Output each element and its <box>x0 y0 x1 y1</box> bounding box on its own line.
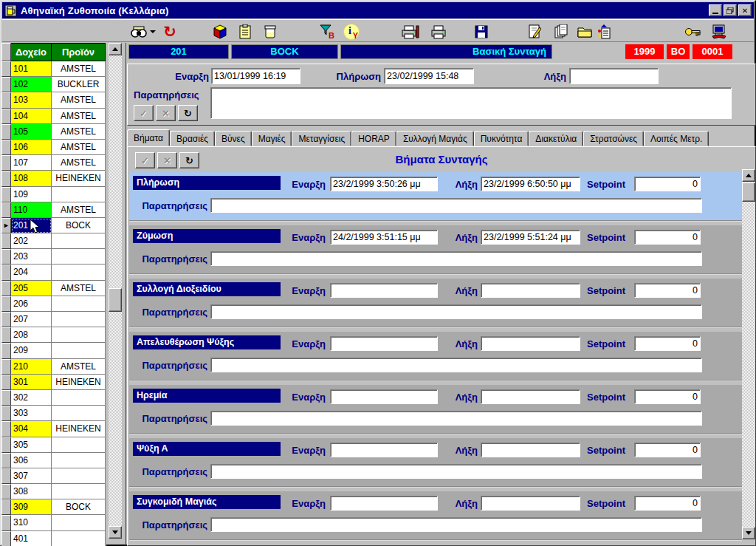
product-cell[interactable]: AMSTEL <box>52 281 106 296</box>
table-row[interactable]: 204 <box>1 265 106 280</box>
row-selector[interactable] <box>1 61 11 77</box>
product-cell[interactable] <box>52 437 106 453</box>
product-cell[interactable]: AMSTEL <box>52 109 106 124</box>
info-y-icon[interactable]: iY <box>342 22 361 41</box>
row-selector[interactable] <box>1 281 11 296</box>
table-row[interactable]: 309BOCK <box>1 499 106 515</box>
table-row[interactable]: 302 <box>1 390 106 406</box>
product-cell[interactable] <box>52 531 106 546</box>
row-selector[interactable] <box>1 453 11 468</box>
row-selector[interactable] <box>1 406 11 421</box>
table-row[interactable]: 103AMSTEL <box>1 92 106 108</box>
step-setpoint-input[interactable] <box>634 177 701 191</box>
table-row[interactable]: 210AMSTEL <box>1 359 106 375</box>
tab-yeast-collection[interactable]: Συλλογή Μαγιάς <box>396 131 474 146</box>
jar-icon[interactable] <box>261 22 280 41</box>
vessel-cell[interactable]: 107 <box>11 155 52 171</box>
steps-scroll-down-button[interactable] <box>742 527 755 539</box>
product-cell[interactable]: AMSTEL <box>52 124 106 140</box>
row-selector[interactable] <box>1 390 11 406</box>
cancel-button[interactable]: ✕ <box>156 105 176 121</box>
step-notes-input[interactable] <box>210 517 702 532</box>
product-cell[interactable] <box>52 233 106 249</box>
vessel-cell[interactable]: 102 <box>11 77 52 92</box>
table-row[interactable]: 208 <box>1 327 106 343</box>
product-cell[interactable] <box>52 327 106 343</box>
product-cell[interactable]: AMSTEL <box>52 61 106 77</box>
step-start-input[interactable] <box>330 230 438 245</box>
vessel-cell[interactable]: 208 <box>11 327 52 343</box>
row-selector[interactable] <box>1 202 11 218</box>
table-row[interactable]: ►201BOCK <box>1 218 106 233</box>
refresh-icon[interactable]: ↻ <box>160 22 179 41</box>
product-cell[interactable] <box>52 468 106 484</box>
current-row-indicator[interactable]: ► <box>1 218 11 233</box>
save-icon[interactable] <box>472 22 491 41</box>
product-cell[interactable] <box>52 187 106 202</box>
vessel-cell[interactable]: 304 <box>11 421 52 437</box>
product-cell[interactable] <box>52 312 106 327</box>
table-row[interactable]: 307 <box>1 468 106 484</box>
column-header-vessel[interactable]: Δοχείο <box>11 43 52 61</box>
vessel-cell[interactable]: 110 <box>11 202 52 218</box>
step-end-input[interactable] <box>481 283 580 298</box>
product-cell[interactable]: BOCK <box>52 499 106 515</box>
row-selector[interactable] <box>1 124 11 140</box>
table-row[interactable]: 303 <box>1 406 106 421</box>
table-scroll-down-button[interactable] <box>109 526 122 539</box>
column-header-product[interactable]: Προϊόν <box>52 43 106 61</box>
vessel-cell[interactable]: 202 <box>11 233 52 249</box>
product-cell[interactable]: HEINEKEN <box>52 375 106 390</box>
step-end-input[interactable] <box>481 389 580 404</box>
close-button[interactable]: ✕ <box>738 4 752 16</box>
step-notes-input[interactable] <box>210 304 702 319</box>
step-start-input[interactable] <box>330 336 438 351</box>
steps-scroll-up-button[interactable] <box>742 169 755 182</box>
product-cell[interactable] <box>52 406 106 421</box>
folder-icon[interactable] <box>575 22 594 41</box>
tab-steps[interactable]: Βήματα <box>127 129 170 146</box>
step-end-input[interactable] <box>481 230 580 245</box>
table-row[interactable]: 102BUCKLER <box>1 77 106 92</box>
product-cell[interactable] <box>52 390 106 406</box>
row-selector[interactable] <box>1 265 11 280</box>
vessel-cell[interactable]: 206 <box>11 296 52 312</box>
vessel-cell[interactable]: 209 <box>11 343 52 358</box>
row-selector[interactable] <box>1 343 11 358</box>
row-selector[interactable] <box>1 375 11 390</box>
product-cell[interactable]: AMSTEL <box>52 155 106 171</box>
row-selector[interactable] <box>1 109 11 124</box>
steps-scrollbar-thumb[interactable] <box>742 182 755 202</box>
product-cell[interactable] <box>52 343 106 358</box>
tab-brews[interactable]: Βρασιές <box>170 131 215 146</box>
table-scrollbar[interactable] <box>109 43 122 539</box>
remote-connection-icon[interactable] <box>709 22 729 41</box>
vessel-cell[interactable]: 105 <box>11 124 52 140</box>
vessel-cell[interactable]: 301 <box>11 375 52 390</box>
vessel-cell[interactable]: 101 <box>11 61 52 77</box>
properties-list-icon[interactable] <box>594 22 614 41</box>
row-selector[interactable] <box>1 327 11 343</box>
vessel-cell[interactable]: 204 <box>11 265 52 280</box>
vessel-cell[interactable]: 310 <box>11 515 52 530</box>
product-cell[interactable] <box>52 515 106 530</box>
clipboard-icon[interactable] <box>236 22 255 41</box>
print-setup-icon[interactable] <box>401 22 420 41</box>
tab-diacetyl[interactable]: Διακετύλια <box>529 131 583 146</box>
step-setpoint-input[interactable] <box>634 389 701 404</box>
table-row[interactable]: 305 <box>1 437 106 453</box>
step-end-input[interactable] <box>481 177 580 191</box>
vessel-cell[interactable]: 103 <box>11 92 52 108</box>
table-row[interactable]: 306 <box>1 453 106 468</box>
notes-input[interactable] <box>210 87 732 119</box>
row-selector[interactable] <box>1 77 11 92</box>
key-icon[interactable] <box>683 22 702 41</box>
tab-other-measurements[interactable]: Λοιπές Μετρ. <box>644 131 709 146</box>
edit-document-icon[interactable] <box>525 22 544 41</box>
step-notes-input[interactable] <box>210 464 702 479</box>
step-start-input[interactable] <box>330 496 438 511</box>
row-selector[interactable] <box>1 140 11 155</box>
row-selector[interactable] <box>1 515 11 530</box>
table-row[interactable]: 109 <box>1 187 106 202</box>
vessel-cell[interactable]: 205 <box>11 281 52 296</box>
